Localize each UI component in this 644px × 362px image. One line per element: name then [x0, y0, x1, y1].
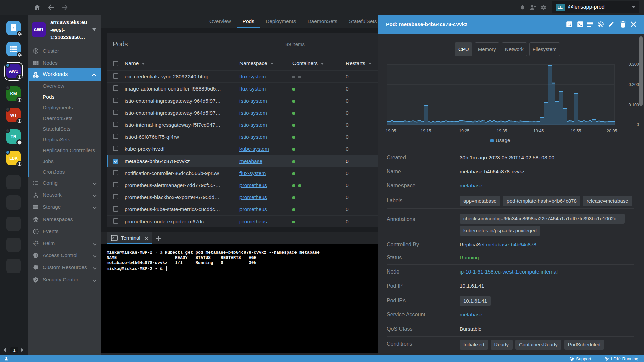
svg-text:HELM: HELM [34, 243, 38, 244]
